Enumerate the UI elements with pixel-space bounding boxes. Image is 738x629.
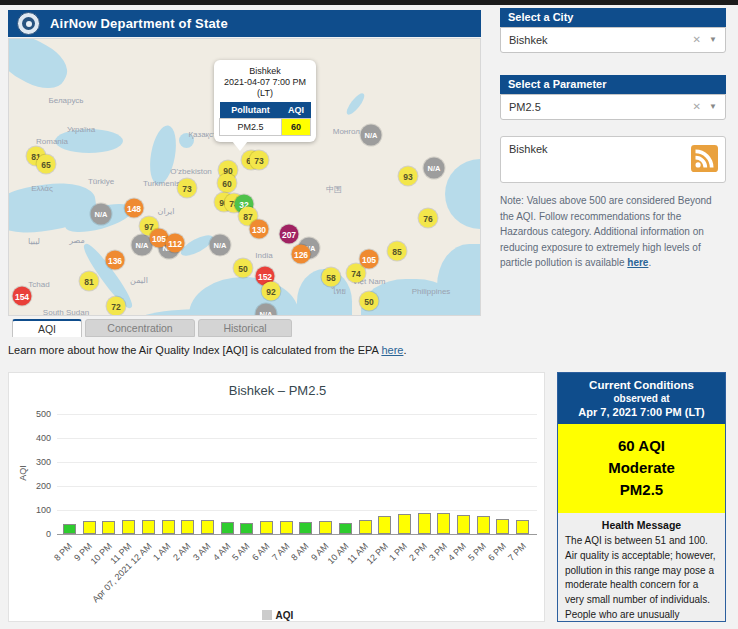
chart-bar bbox=[142, 520, 155, 534]
learn-more-prefix: Learn more about how the Air Quality Ind… bbox=[8, 344, 381, 356]
chart-x-tick-label: 10 PM bbox=[89, 541, 114, 566]
parameter-chevron-down-icon[interactable]: ▼ bbox=[709, 95, 717, 119]
map-place-label: مصر bbox=[69, 236, 85, 245]
chart-x-tick-label: 2 PM bbox=[407, 541, 429, 563]
aqi-marker[interactable]: 93 bbox=[399, 167, 418, 186]
note-link[interactable]: here bbox=[627, 257, 648, 268]
rss-city-label: Bishkek bbox=[509, 143, 548, 155]
chart-x-tick-label: 7 PM bbox=[506, 541, 528, 563]
chart-gridline bbox=[57, 486, 537, 487]
parameter-clear-icon[interactable]: ✕ bbox=[693, 95, 701, 119]
current-conditions-subtitle: observed at bbox=[560, 393, 723, 404]
chart-bar bbox=[240, 523, 253, 534]
parameter-select[interactable]: PM2.5 ✕ ▼ bbox=[500, 94, 726, 120]
aqi-marker[interactable]: 92 bbox=[262, 282, 281, 301]
water-caspian bbox=[146, 123, 180, 186]
popup-timezone: (LT) bbox=[219, 88, 311, 99]
aqi-marker[interactable]: 85 bbox=[388, 242, 407, 261]
map-place-label: Ελλάς bbox=[31, 184, 53, 193]
aqi-marker[interactable]: 50 bbox=[234, 259, 253, 278]
aqi-marker[interactable]: 65 bbox=[37, 155, 56, 174]
city-clear-icon[interactable]: ✕ bbox=[693, 28, 701, 52]
chart-x-tick-label: 10 AM bbox=[325, 541, 350, 566]
city-select[interactable]: Bishkek ✕ ▼ bbox=[500, 27, 726, 53]
note-text: Note: Values above 500 are considered Be… bbox=[500, 193, 726, 271]
aqi-marker[interactable]: 148 bbox=[125, 199, 144, 218]
current-conditions-title: Current Conditions bbox=[560, 379, 723, 391]
tab-bar: AQI Concentration Historical bbox=[12, 319, 292, 337]
window-top-bar bbox=[0, 0, 738, 5]
chart-x-tick-label: 5 AM bbox=[230, 541, 252, 563]
chart-y-tick: 100 bbox=[13, 505, 51, 515]
legend-label: AQI bbox=[276, 610, 294, 621]
aqi-marker[interactable]: 112 bbox=[166, 234, 185, 253]
current-aqi-category: Moderate bbox=[558, 457, 725, 479]
chart-gridline bbox=[57, 510, 537, 511]
map-place-label: Україна bbox=[67, 125, 95, 134]
aqi-marker[interactable]: 50 bbox=[360, 292, 379, 311]
chart-title: Bishkek – PM2.5 bbox=[9, 383, 546, 398]
chart-bar bbox=[83, 521, 96, 534]
aqi-marker[interactable]: 207 bbox=[280, 225, 299, 244]
select-parameter-header: Select a Parameter bbox=[500, 75, 726, 94]
aqi-marker-na[interactable]: N/A bbox=[210, 235, 231, 256]
chart-bar bbox=[516, 520, 529, 534]
aqi-marker[interactable]: 60 bbox=[218, 174, 237, 193]
aqi-chart-panel: Bishkek – PM2.5 AQI 01002003004005008 PM… bbox=[8, 372, 545, 622]
chart-bar bbox=[63, 524, 76, 534]
aqi-marker[interactable]: 154 bbox=[13, 287, 32, 306]
learn-more-link[interactable]: here bbox=[381, 344, 403, 356]
aqi-marker[interactable]: 126 bbox=[292, 245, 311, 264]
select-city-header: Select a City bbox=[500, 8, 726, 27]
city-chevron-down-icon[interactable]: ▼ bbox=[709, 28, 717, 52]
aqi-marker[interactable]: 76 bbox=[419, 209, 438, 228]
legend-swatch bbox=[262, 610, 272, 620]
chart-bar bbox=[496, 519, 509, 534]
chart-x-tick-label: 6 PM bbox=[486, 541, 508, 563]
rss-feed-box: Bishkek bbox=[500, 136, 726, 183]
tab-concentration[interactable]: Concentration bbox=[85, 319, 195, 337]
aqi-marker-na[interactable]: N/A bbox=[361, 125, 382, 146]
aqi-marker[interactable]: 105 bbox=[360, 250, 379, 269]
parameter-select-value: PM2.5 bbox=[509, 95, 541, 119]
chart-x-tick-label: 4 AM bbox=[211, 541, 233, 563]
chart-bar bbox=[260, 521, 273, 534]
chart-bar bbox=[437, 513, 450, 534]
water-sea-of-japan bbox=[445, 159, 481, 229]
note-prefix: Note: Values above 500 are considered Be… bbox=[500, 195, 712, 268]
aqi-marker[interactable]: 73 bbox=[178, 179, 197, 198]
sidebar: Select a City Bishkek ✕ ▼ Select a Param… bbox=[500, 8, 726, 271]
chart-x-tick-label: 1 PM bbox=[388, 541, 410, 563]
current-aqi-value: 60 AQI bbox=[558, 435, 725, 457]
map-place-label: O'zbekiston bbox=[170, 167, 212, 176]
learn-more-suffix: . bbox=[403, 344, 406, 356]
map-place-label: Romania bbox=[36, 137, 68, 146]
aqi-marker[interactable]: 72 bbox=[107, 297, 126, 316]
chart-bar bbox=[162, 520, 175, 534]
map-place-label: ايران bbox=[158, 207, 175, 216]
rss-icon[interactable] bbox=[691, 145, 718, 176]
chart-gridline bbox=[57, 438, 537, 439]
popup-datetime: 2021-04-07 7:00 PM bbox=[219, 77, 311, 88]
popup-table: Pollutant AQI PM2.5 60 bbox=[219, 102, 311, 136]
water-lake-baikal bbox=[344, 91, 367, 117]
aqi-marker[interactable]: 73 bbox=[250, 151, 269, 170]
map-place-label: India bbox=[255, 251, 272, 260]
note-suffix: . bbox=[648, 257, 651, 268]
aqi-marker[interactable]: 136 bbox=[106, 251, 125, 270]
tab-aqi[interactable]: AQI bbox=[12, 319, 82, 337]
map[interactable]: БеларусьУкраїнаRomaniaΕλλάςTürkiyeҚазақс… bbox=[8, 38, 481, 316]
tab-historical[interactable]: Historical bbox=[198, 319, 292, 337]
aqi-marker-na[interactable]: N/A bbox=[424, 158, 445, 179]
aqi-marker-na[interactable]: N/A bbox=[91, 204, 112, 225]
app-title: AirNow Department of State bbox=[50, 16, 228, 31]
chart-x-axis bbox=[57, 534, 537, 535]
aqi-marker[interactable]: 58 bbox=[322, 268, 341, 287]
aqi-marker[interactable]: 130 bbox=[250, 220, 269, 239]
chart-bar bbox=[280, 521, 293, 534]
chart-y-tick: 300 bbox=[13, 457, 51, 467]
chart-legend: AQI bbox=[9, 610, 546, 621]
chart-bar bbox=[299, 522, 312, 534]
aqi-marker[interactable]: 81 bbox=[80, 272, 99, 291]
chart-gridline bbox=[57, 462, 537, 463]
